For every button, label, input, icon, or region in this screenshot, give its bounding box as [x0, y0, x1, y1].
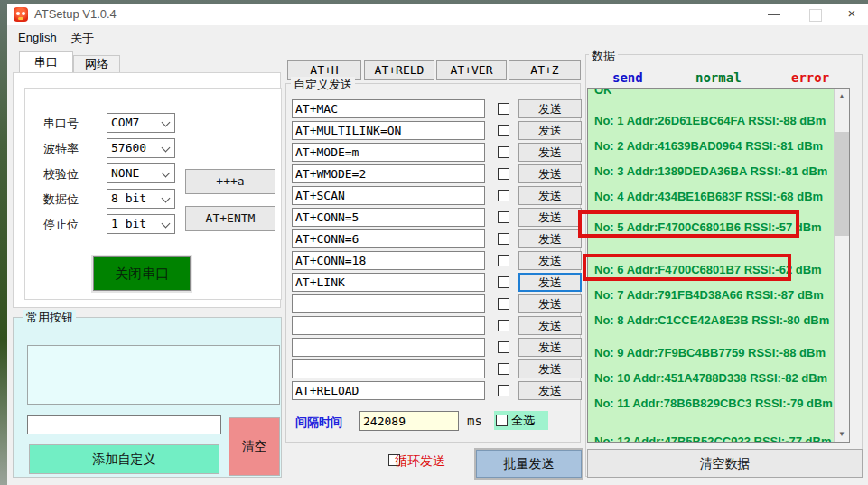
row-checkbox[interactable]	[498, 211, 509, 223]
send-button[interactable]: 发送	[518, 316, 582, 335]
interval-input[interactable]	[359, 411, 459, 431]
custom-send-row: 发送	[292, 229, 583, 248]
command-input[interactable]	[292, 99, 485, 118]
send-button[interactable]: 发送	[518, 208, 582, 227]
tab-serial[interactable]: 串口	[19, 51, 73, 72]
send-button[interactable]: 发送	[518, 164, 582, 183]
row-checkbox[interactable]	[498, 363, 509, 375]
custom-send-row: 发送	[292, 294, 583, 313]
command-input[interactable]	[292, 121, 485, 140]
scroll-down-icon[interactable]: ▼	[835, 426, 849, 442]
row-checkbox[interactable]	[498, 103, 509, 115]
send-button[interactable]: 发送	[518, 359, 582, 378]
log-line: No: 7 Addr:791FB4D38A66 RSSI:-87 dBm	[594, 288, 824, 302]
custom-send-rows: 发送发送发送发送发送发送发送发送发送发送发送发送发送发送	[292, 99, 583, 403]
common-buttons-title: 常用按钮	[23, 310, 76, 326]
stopbits-select[interactable]: 1 bit	[107, 214, 175, 234]
databits-select[interactable]: 8 bit	[107, 189, 175, 209]
row-checkbox[interactable]	[498, 341, 509, 353]
menu-item-english[interactable]: English	[14, 29, 61, 46]
command-input[interactable]	[292, 164, 485, 183]
send-button[interactable]: 发送	[518, 338, 582, 357]
port-label: 串口号	[43, 116, 79, 132]
scroll-thumb[interactable]	[835, 132, 849, 236]
scrollbar[interactable]: ▲ ▼	[834, 89, 849, 442]
command-input[interactable]	[292, 273, 485, 292]
command-input[interactable]	[292, 338, 485, 357]
select-all-checkbox[interactable]	[496, 415, 508, 426]
app-window: ATSetup V1.0.4 × English 关于 串口 网络 串口号 CO…	[7, 4, 868, 485]
row-checkbox[interactable]	[498, 233, 509, 245]
row-checkbox[interactable]	[498, 276, 509, 288]
tab-network[interactable]: 网络	[73, 55, 120, 72]
custom-send-row: 发送	[292, 316, 583, 335]
command-input[interactable]	[292, 229, 485, 248]
clear-button[interactable]: 清空	[229, 417, 280, 476]
batch-send-button[interactable]: 批量发送	[476, 450, 582, 478]
custom-send-row: 发送	[292, 121, 583, 140]
command-input[interactable]	[292, 186, 485, 205]
command-input[interactable]	[292, 359, 485, 378]
send-button[interactable]: 发送	[518, 186, 582, 205]
row-checkbox[interactable]	[498, 255, 509, 266]
stopbits-value: 1 bit	[111, 217, 146, 230]
custom-send-row: 发送	[292, 164, 583, 183]
data-title: 数据	[589, 48, 618, 64]
legend-error: error	[791, 70, 829, 85]
send-button[interactable]: 发送	[518, 229, 582, 248]
parity-label: 校验位	[43, 166, 79, 182]
menu-item-about[interactable]: 关于	[67, 29, 98, 49]
at-ver-button[interactable]: AT+VER	[436, 60, 507, 80]
databits-value: 8 bit	[111, 191, 146, 205]
minimize-button[interactable]	[761, 4, 788, 25]
row-checkbox[interactable]	[498, 385, 509, 396]
custom-send-row: 发送	[292, 381, 583, 400]
close-port-button[interactable]: 关闭串口	[93, 256, 191, 291]
row-checkbox[interactable]	[498, 298, 509, 310]
at-z-button[interactable]: AT+Z	[509, 60, 581, 80]
send-button[interactable]: 发送	[518, 294, 582, 313]
log-line: OK	[594, 88, 612, 97]
row-checkbox[interactable]	[498, 125, 509, 136]
chevron-down-icon	[162, 144, 171, 153]
add-custom-button[interactable]: 添加自定义	[29, 444, 219, 474]
command-input[interactable]	[292, 208, 485, 227]
send-button[interactable]: 发送	[518, 381, 582, 400]
command-input[interactable]	[292, 294, 485, 313]
send-button[interactable]: 发送	[518, 273, 582, 292]
at-reld-button[interactable]: AT+RELD	[364, 60, 434, 80]
custom-command-input[interactable]	[27, 415, 221, 434]
row-checkbox[interactable]	[498, 320, 509, 331]
command-input[interactable]	[292, 381, 485, 400]
stopbits-label: 停止位	[43, 217, 79, 233]
maximize-button[interactable]	[801, 4, 828, 25]
port-select[interactable]: COM7	[107, 113, 175, 133]
clear-data-button[interactable]: 清空数据	[587, 449, 863, 478]
interval-label: 间隔时间	[295, 415, 342, 431]
log-line: No: 4 Addr:434BE16B683F RSSI:-68 dBm	[594, 190, 823, 203]
custom-send-row: 发送	[292, 186, 583, 205]
parity-select[interactable]: NONE	[107, 163, 175, 183]
command-input[interactable]	[292, 251, 485, 270]
common-buttons-list[interactable]	[27, 345, 280, 405]
plus-a-button[interactable]: +++a	[185, 169, 275, 194]
send-button[interactable]: 发送	[518, 143, 582, 162]
close-button[interactable]: ×	[838, 4, 865, 25]
entm-button[interactable]: AT+ENTM	[185, 206, 275, 231]
command-input[interactable]	[292, 316, 485, 335]
row-checkbox[interactable]	[498, 168, 509, 180]
highlight-rect	[583, 254, 791, 281]
log-line: No: 8 Addr:C1CCE42A8E3B RSSI:-80 dBm	[594, 313, 829, 327]
send-button[interactable]: 发送	[518, 99, 582, 118]
scroll-up-icon[interactable]: ▲	[835, 89, 849, 104]
command-input[interactable]	[292, 143, 485, 162]
chevron-down-icon	[162, 118, 171, 127]
send-button[interactable]: 发送	[518, 121, 582, 140]
select-all-chip: 全选	[494, 411, 548, 430]
send-button[interactable]: 发送	[518, 251, 582, 270]
baud-select[interactable]: 57600	[107, 138, 175, 158]
row-checkbox[interactable]	[498, 146, 509, 158]
row-checkbox[interactable]	[498, 190, 509, 201]
log-line: No: 1 Addr:26D61EBC64FA RSSI:-88 dBm	[594, 114, 826, 127]
log-line: No: 2 Addr:41639BAD0964 RSSI:-81 dBm	[594, 139, 823, 153]
